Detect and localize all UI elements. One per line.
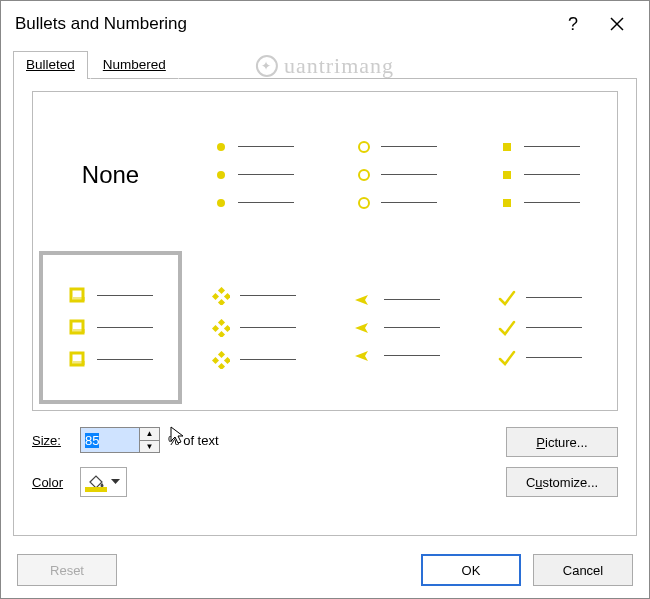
cancel-button[interactable]: Cancel — [533, 554, 633, 586]
svg-point-3 — [217, 171, 225, 179]
help-button[interactable]: ? — [551, 9, 595, 39]
svg-point-4 — [217, 199, 225, 207]
svg-rect-12 — [73, 297, 85, 301]
bullet-option-hollow-circle[interactable] — [327, 100, 466, 249]
tab-numbered[interactable]: Numbered — [90, 51, 179, 79]
svg-point-6 — [359, 170, 369, 180]
size-input[interactable] — [81, 428, 139, 452]
size-spin-up[interactable]: ▲ — [140, 428, 159, 441]
svg-point-7 — [359, 198, 369, 208]
bullets-numbering-dialog: Bullets and Numbering ? ✦ uantrimang Bul… — [0, 0, 650, 599]
svg-rect-21 — [217, 319, 224, 326]
dot-icon — [214, 140, 228, 154]
svg-rect-24 — [217, 330, 224, 336]
bullet-option-filled-dot[interactable] — [184, 100, 323, 249]
close-icon — [610, 17, 624, 31]
svg-rect-14 — [73, 329, 85, 333]
svg-point-2 — [217, 143, 225, 151]
bullet-option-arrow[interactable] — [327, 253, 466, 402]
arrow-icon — [354, 293, 374, 307]
svg-rect-23 — [223, 324, 229, 331]
dialog-footer: Reset OK Cancel — [1, 546, 649, 598]
tab-panel-bulleted: None — [13, 78, 637, 536]
bullet-gallery: None — [32, 91, 618, 411]
svg-rect-19 — [223, 292, 229, 299]
chevron-down-icon — [111, 479, 120, 485]
bullet-option-four-diamonds[interactable] — [184, 253, 323, 402]
ok-button[interactable]: OK — [421, 554, 521, 586]
tabs: Bulleted Numbered — [13, 51, 637, 79]
svg-rect-25 — [217, 351, 224, 358]
size-spin-down[interactable]: ▼ — [140, 441, 159, 453]
checkmark-icon — [498, 290, 516, 306]
size-label: Size: — [32, 433, 72, 448]
bullet-option-hollow-square[interactable] — [41, 253, 180, 402]
svg-rect-16 — [73, 361, 85, 365]
svg-rect-9 — [503, 171, 511, 179]
bullet-option-filled-square[interactable] — [470, 100, 609, 249]
titlebar: Bullets and Numbering ? — [1, 1, 649, 45]
svg-rect-17 — [217, 287, 224, 294]
size-spinner[interactable]: ▲ ▼ — [80, 427, 160, 453]
hollow-square-icon — [69, 287, 87, 305]
svg-rect-28 — [217, 362, 224, 368]
svg-rect-26 — [212, 356, 219, 363]
color-picker-button[interactable] — [80, 467, 127, 497]
close-button[interactable] — [595, 9, 639, 39]
bullet-option-checkmark[interactable] — [470, 253, 609, 402]
customize-button[interactable]: Customize... — [506, 467, 618, 497]
size-suffix: % of text — [168, 433, 219, 448]
four-diamond-icon — [212, 287, 230, 305]
svg-rect-18 — [212, 292, 219, 299]
dialog-title: Bullets and Numbering — [15, 14, 551, 34]
bullet-option-none[interactable]: None — [41, 100, 180, 249]
svg-rect-22 — [212, 324, 219, 331]
svg-point-5 — [359, 142, 369, 152]
circle-icon — [357, 140, 371, 154]
tab-bulleted[interactable]: Bulleted — [13, 51, 88, 79]
picture-button[interactable]: Picture... — [506, 427, 618, 457]
color-label: Color — [32, 475, 72, 490]
square-icon — [500, 140, 514, 154]
svg-rect-10 — [503, 199, 511, 207]
reset-button: Reset — [17, 554, 117, 586]
svg-rect-27 — [223, 356, 229, 363]
svg-rect-20 — [217, 298, 224, 304]
svg-rect-8 — [503, 143, 511, 151]
